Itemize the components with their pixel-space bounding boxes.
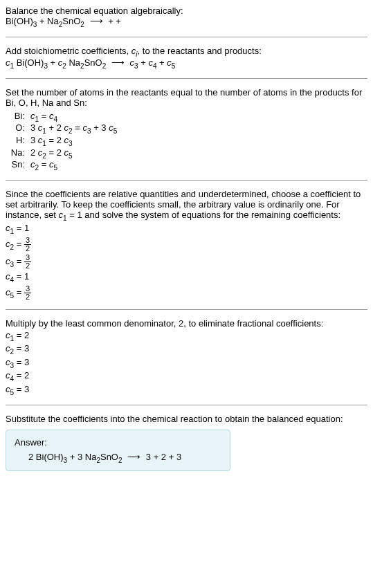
stoich-equation: c1 Bi(OH)3 + c2 Na2SnO2 ⟶ c3 + c4 + c5 (6, 57, 367, 70)
intro-section: Balance the chemical equation algebraica… (6, 6, 367, 28)
atom-row-o: O: 3 c1 + 2 c2 = c3 + 3 c5 (6, 122, 367, 135)
atoms-text: Set the number of atoms in the reactants… (6, 87, 367, 108)
mult-lines: c1 = 2 c2 = 3 c3 = 3 c4 = 2 c5 = 3 (6, 330, 367, 396)
coef-line: c1 = 1 (6, 223, 367, 235)
reactant2b-sub: 2 (80, 21, 84, 28)
coef-line: c2 = 3 (6, 343, 367, 356)
solve-section: Since the coefficients are relative quan… (6, 189, 367, 301)
mult-text: Multiply by the least common denominator… (6, 318, 367, 329)
divider (6, 78, 367, 79)
divider (6, 405, 367, 405)
coef-line: c4 = 1 (6, 271, 367, 284)
coef-line: c5 = 3 (6, 384, 367, 396)
stoich-text: Add stoichiometric coefficients, ci, to … (6, 46, 367, 58)
mult-section: Multiply by the least common denominator… (6, 318, 367, 396)
answer-box: Answer: 2 Bi(OH)3 + 3 Na2SnO2 ⟶ 3 + 2 + … (6, 430, 230, 472)
intro-equation: Bi(OH)3 + Na2SnO2 ⟶ + + (6, 16, 367, 28)
final-section: Substitute the coefficients into the che… (6, 414, 367, 472)
coef-line: c4 = 2 (6, 370, 367, 383)
reactant2b: SnO (62, 16, 80, 26)
arrow: ⟶ (90, 16, 103, 26)
atom-table: Bi: c1 = c4 O: 3 c1 + 2 c2 = c3 + 3 c5 H… (6, 111, 367, 172)
plus1: + (37, 16, 47, 26)
answer-equation: 2 Bi(OH)3 + 3 Na2SnO2 ⟶ 3 + 2 + 3 (15, 452, 221, 464)
coef-line: c3 = 3 (6, 357, 367, 369)
coef-line: c3 = 32 (6, 254, 367, 270)
coef-line: c2 = 32 (6, 237, 367, 252)
coef-line: c1 = 2 (6, 330, 367, 342)
coef-line: c5 = 32 (6, 285, 367, 301)
atom-row-na: Na: 2 c2 = 2 c5 (6, 147, 367, 160)
divider (6, 180, 367, 181)
atom-row-sn: Sn: c2 = c5 (6, 159, 367, 172)
solve-text: Since the coefficients are relative quan… (6, 189, 367, 222)
atom-row-bi: Bi: c1 = c4 (6, 111, 367, 123)
divider (6, 309, 367, 310)
answer-label: Answer: (15, 437, 221, 448)
reactant1: Bi(OH) (6, 16, 33, 26)
intro-line1: Balance the chemical equation algebraica… (6, 6, 367, 16)
solve-lines: c1 = 1 c2 = 32 c3 = 32 c4 = 1 c5 = 32 (6, 223, 367, 300)
final-text: Substitute the coefficients into the che… (6, 414, 367, 424)
atoms-section: Set the number of atoms in the reactants… (6, 87, 367, 172)
atom-row-h: H: 3 c1 = 2 c3 (6, 135, 367, 147)
stoich-section: Add stoichiometric coefficients, ci, to … (6, 46, 367, 70)
divider (6, 37, 367, 37)
products: + + (108, 16, 121, 26)
reactant2a: Na (47, 16, 59, 26)
